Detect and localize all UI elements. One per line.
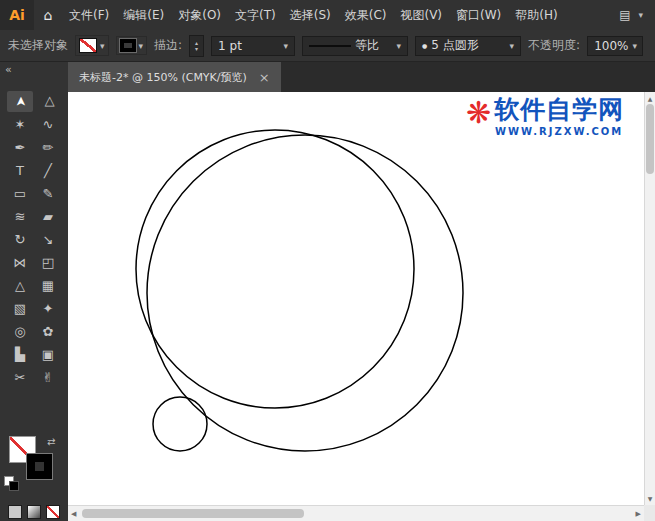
stroke-label: 描边: <box>154 37 182 54</box>
color-mode-button[interactable] <box>8 505 22 519</box>
stepper-down-icon[interactable]: ▾ <box>195 46 198 52</box>
circle-path-1[interactable] <box>136 130 414 408</box>
scale-tool[interactable]: ↘ <box>35 229 61 250</box>
scroll-down-icon[interactable]: ▼ <box>645 495 655 502</box>
stroke-width-select[interactable]: 1 pt ▾ <box>211 36 295 56</box>
scrollbar-corner <box>644 505 655 521</box>
stroke-width-stepper[interactable]: ▴ ▾ <box>189 35 204 57</box>
document-title: 未标题-2* @ 150% (CMYK/预览) <box>79 70 247 85</box>
menu-effect[interactable]: 效果(C) <box>338 0 394 30</box>
collapse-panel-button[interactable]: « <box>0 62 68 80</box>
tools-panel: « ➤▷✶∿✒✏T╱▭✎≋▰↻↘⋈◰△▦▧✦◎✿▙▣✂✌ ⇄ <box>0 62 69 521</box>
stroke-color-swatch <box>120 39 136 52</box>
brush-definition-select[interactable]: ● 5 点圆形 ▾ <box>415 36 521 56</box>
profile-value: 等比 <box>355 37 379 54</box>
line-segment-tool[interactable]: ╱ <box>35 160 61 181</box>
stroke-width-value: 1 pt <box>218 39 242 53</box>
magic-wand-tool[interactable]: ✶ <box>7 114 33 135</box>
document-tab-bar: 未标题-2* @ 150% (CMYK/预览) × <box>68 62 655 93</box>
direct-selection-tool[interactable]: ▷ <box>35 91 61 112</box>
gradient-mode-button[interactable] <box>27 505 41 519</box>
width-tool[interactable]: ⋈ <box>7 252 33 273</box>
eraser-tool[interactable]: ▰ <box>35 206 61 227</box>
free-transform-tool[interactable]: ◰ <box>35 252 61 273</box>
menu-bar: Ai ⌂ 文件(F) 编辑(E) 对象(O) 文字(T) 选择(S) 效果(C)… <box>0 0 655 31</box>
scroll-right-icon[interactable]: ▶ <box>636 510 641 518</box>
lasso-tool[interactable]: ∿ <box>35 114 61 135</box>
opacity-value: 100% <box>594 39 628 53</box>
menu-edit[interactable]: 编辑(E) <box>116 0 171 30</box>
watermark-title: 软件自学网 <box>494 96 624 125</box>
symbol-sprayer-tool[interactable]: ✿ <box>35 321 61 342</box>
chevron-down-icon: ▾ <box>632 41 637 51</box>
menu-view[interactable]: 视图(V) <box>393 0 449 30</box>
menu-help[interactable]: 帮助(H) <box>508 0 564 30</box>
curvature-tool[interactable]: ✏ <box>35 137 61 158</box>
shaper-tool[interactable]: ≋ <box>7 206 33 227</box>
artboard-tool[interactable]: ▣ <box>35 344 61 365</box>
chevron-down-icon[interactable]: ▾ <box>638 10 643 20</box>
pen-tool[interactable]: ✒ <box>7 137 33 158</box>
illustrator-window: { "menubar": { "logo": "Ai", "items": ["… <box>0 0 655 521</box>
blend-tool[interactable]: ◎ <box>7 321 33 342</box>
perspective-grid-tool[interactable]: △ <box>7 275 33 296</box>
menu-object[interactable]: 对象(O) <box>171 0 228 30</box>
watermark-logo-icon: ❋ <box>466 98 491 128</box>
rotate-tool[interactable]: ↻ <box>7 229 33 250</box>
watermark-text: 软件自学网 WWW.RJZXW.COM <box>494 96 624 137</box>
close-tab-icon[interactable]: × <box>259 70 270 85</box>
paintbrush-tool[interactable]: ✎ <box>35 183 61 204</box>
tools-grid: ➤▷✶∿✒✏T╱▭✎≋▰↻↘⋈◰△▦▧✦◎✿▙▣✂✌ <box>6 90 62 389</box>
brush-value: 5 点圆形 <box>431 37 478 54</box>
opacity-select[interactable]: 100% ▾ <box>587 36 643 56</box>
circle-path-3[interactable] <box>153 397 207 451</box>
type-tool[interactable]: T <box>7 160 33 181</box>
swap-fill-stroke-icon[interactable]: ⇄ <box>47 436 55 447</box>
artwork-svg <box>68 92 644 505</box>
circle-path-2[interactable] <box>147 135 463 451</box>
menu-window[interactable]: 窗口(W) <box>449 0 508 30</box>
rectangle-tool[interactable]: ▭ <box>7 183 33 204</box>
default-fill-stroke-icon[interactable] <box>4 476 19 491</box>
opacity-label: 不透明度: <box>528 37 580 54</box>
mesh-tool[interactable]: ▦ <box>35 275 61 296</box>
stroke-swatch[interactable] <box>27 454 52 479</box>
default-stroke-mini <box>9 481 19 491</box>
slice-tool[interactable]: ✂ <box>7 367 33 388</box>
document-tab[interactable]: 未标题-2* @ 150% (CMYK/预览) × <box>68 62 281 92</box>
brush-preview-icon: ● <box>422 42 427 49</box>
fill-stroke-swatches: ⇄ <box>0 434 68 498</box>
home-icon[interactable]: ⌂ <box>34 7 62 23</box>
app-logo[interactable]: Ai <box>0 0 34 30</box>
column-graph-tool[interactable]: ▙ <box>7 344 33 365</box>
horizontal-scroll-thumb[interactable] <box>82 509 304 518</box>
menu-select[interactable]: 选择(S) <box>283 0 338 30</box>
hand-tool[interactable]: ✌ <box>35 367 61 388</box>
control-bar: 未选择对象 ▾ ▾ 描边: ▴ ▾ 1 pt ▾ 等比 ▾ ● 5 点圆形 ▾ … <box>0 30 655 62</box>
chevron-down-icon: ▾ <box>284 41 289 51</box>
chevron-down-icon: ▾ <box>139 41 144 51</box>
menu-file[interactable]: 文件(F) <box>62 0 116 30</box>
scroll-left-icon[interactable]: ◀ <box>71 510 76 518</box>
chevron-down-icon: ▾ <box>100 41 105 51</box>
paint-mode-buttons <box>8 505 60 519</box>
watermark-subtitle: WWW.RJZXW.COM <box>494 126 624 137</box>
watermark: ❋ 软件自学网 WWW.RJZXW.COM <box>466 96 624 137</box>
fill-color-dropdown[interactable]: ▾ <box>75 35 109 56</box>
canvas-artboard[interactable]: ❋ 软件自学网 WWW.RJZXW.COM <box>68 92 644 505</box>
scroll-up-icon[interactable]: ▲ <box>645 95 655 102</box>
eyedropper-tool[interactable]: ✦ <box>35 298 61 319</box>
selection-tool[interactable]: ➤ <box>7 91 33 112</box>
vertical-scroll-thumb[interactable] <box>646 104 654 174</box>
chevron-down-icon: ▾ <box>510 41 515 51</box>
horizontal-scrollbar[interactable]: ◀ ▶ <box>68 505 644 521</box>
width-profile-select[interactable]: 等比 ▾ <box>302 36 408 56</box>
menu-type[interactable]: 文字(T) <box>228 0 283 30</box>
vertical-scrollbar[interactable]: ▲ ▼ <box>644 92 655 505</box>
fill-none-swatch <box>79 38 97 53</box>
gradient-tool[interactable]: ▧ <box>7 298 33 319</box>
uniform-profile-preview <box>309 45 351 47</box>
stroke-color-dropdown[interactable]: ▾ <box>116 36 148 55</box>
workspace-switcher-icon[interactable]: ▤ <box>619 8 630 22</box>
none-mode-button[interactable] <box>46 505 60 519</box>
